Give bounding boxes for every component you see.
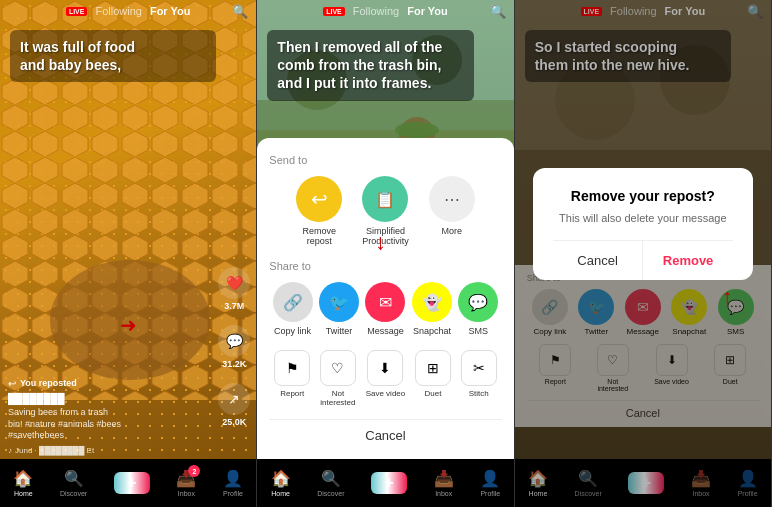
username-1[interactable]: ████████ (8, 393, 211, 404)
red-arrow-1: ➜ (120, 313, 137, 337)
nav-inbox-1[interactable]: 📥 2 Inbox (176, 469, 196, 497)
panel-3: LIVE Following For You 🔍 So I started sc… (515, 0, 772, 507)
search-icon-2[interactable]: 🔍 (490, 4, 506, 19)
caption-text-1: It was full of foodand baby bees, (20, 38, 206, 74)
send-to-title: Send to (269, 154, 501, 166)
live-badge-2: LIVE (323, 7, 345, 16)
nav-profile-1[interactable]: 👤 Profile (223, 469, 243, 497)
nav-home-1[interactable]: 🏠 Home (13, 469, 33, 497)
twitter-btn[interactable]: 🐦 Twitter (319, 282, 359, 336)
dialog-title: Remove your repost? (553, 188, 733, 204)
stitch-btn[interactable]: ✂ Stitch (461, 350, 497, 407)
foryou-tab-2[interactable]: For You (407, 5, 448, 17)
share-sheet-2: Send to ↩ Removerepost 📋 SimplifiedProdu… (257, 138, 513, 459)
dialog-overlay-3: Remove your repost? This will also delet… (515, 0, 771, 507)
nav-discover-1[interactable]: 🔍 Discover (60, 469, 87, 497)
dialog-remove-btn[interactable]: Remove (643, 241, 733, 280)
cancel-share-btn[interactable]: Cancel (269, 419, 501, 451)
right-actions-1: ❤️ 3.7M 💬 31.2K ↗ 25.0K (218, 267, 250, 427)
music-1: ♪Jund · ████████ Et (8, 446, 211, 455)
nav-discover-2[interactable]: 🔍 Discover (317, 469, 344, 497)
svg-point-9 (395, 122, 439, 138)
remove-repost-btn[interactable]: ↩ Removerepost (296, 176, 342, 246)
following-tab-1[interactable]: Following (95, 5, 141, 17)
dialog-subtitle: This will also delete your message (553, 212, 733, 224)
repost-badge-1: ↩ You reposted (8, 378, 211, 389)
desc-1: Saving bees from a trashbin! #nature #an… (8, 407, 211, 442)
remove-repost-dialog: Remove your repost? This will also delet… (533, 168, 753, 280)
message-btn[interactable]: ✉ Message (365, 282, 405, 336)
bottom-nav-2: 🏠 Home 🔍 Discover + 📥 Inbox 👤 Profile (257, 459, 513, 507)
duet-btn[interactable]: ⊞ Duet (415, 350, 451, 407)
like-btn-1[interactable]: ❤️ 3.7M (218, 267, 250, 311)
dialog-buttons: Cancel Remove (553, 240, 733, 280)
nav-add-1[interactable]: + (114, 472, 150, 494)
nav-add-2[interactable]: + (371, 472, 407, 494)
share-to-row: 🔗 Copy link 🐦 Twitter ✉ Message 👻 Snapch… (269, 282, 501, 336)
comment-btn-1[interactable]: 💬 31.2K (218, 325, 250, 369)
share-btn-1[interactable]: ↗ 25.0K (218, 383, 250, 427)
nav-home-2[interactable]: 🏠 Home (271, 469, 291, 497)
bottom-info-1: ↩ You reposted ████████ Saving bees from… (8, 378, 211, 455)
search-icon-1[interactable]: 🔍 (232, 4, 248, 19)
foryou-tab-1[interactable]: For You (150, 5, 191, 17)
live-badge-1: LIVE (66, 7, 88, 16)
nav-inbox-2[interactable]: 📥 Inbox (434, 469, 454, 497)
caption-panel1: It was full of foodand baby bees, (10, 30, 216, 82)
save-video-btn[interactable]: ⬇ Save video (366, 350, 406, 407)
following-tab-2[interactable]: Following (353, 5, 399, 17)
panel-1: LIVE Following For You 🔍 It was full of … (0, 0, 257, 507)
more-btn[interactable]: ⋯ More (429, 176, 475, 246)
copy-link-btn[interactable]: 🔗 Copy link (273, 282, 313, 336)
top-nav-panel2: LIVE Following For You 🔍 (257, 0, 513, 22)
sms-btn[interactable]: 💬 SMS (458, 282, 498, 336)
caption-panel2: Then I removed all of thecomb from the t… (267, 30, 473, 101)
share-to-title: Share to (269, 260, 501, 272)
bottom-nav-1: 🏠 Home 🔍 Discover + 📥 2 Inbox 👤 Profile (0, 459, 256, 507)
top-nav-panel1: LIVE Following For You 🔍 (0, 0, 256, 22)
red-arrow-2: ↑ (375, 232, 386, 258)
report-btn[interactable]: ⚑ Report (274, 350, 310, 407)
nav-profile-2[interactable]: 👤 Profile (480, 469, 500, 497)
snapchat-btn[interactable]: 👻 Snapchat (412, 282, 452, 336)
red-arrow-3: ↑ (722, 284, 733, 310)
panel-2: LIVE Following For You 🔍 Then I removed … (257, 0, 514, 507)
caption-text-2: Then I removed all of thecomb from the t… (277, 38, 463, 93)
not-interested-btn[interactable]: ♡ Notinterested (320, 350, 356, 407)
dialog-cancel-btn[interactable]: Cancel (553, 241, 644, 280)
bottom-actions-row: ⚑ Report ♡ Notinterested ⬇ Save video ⊞ … (269, 350, 501, 407)
